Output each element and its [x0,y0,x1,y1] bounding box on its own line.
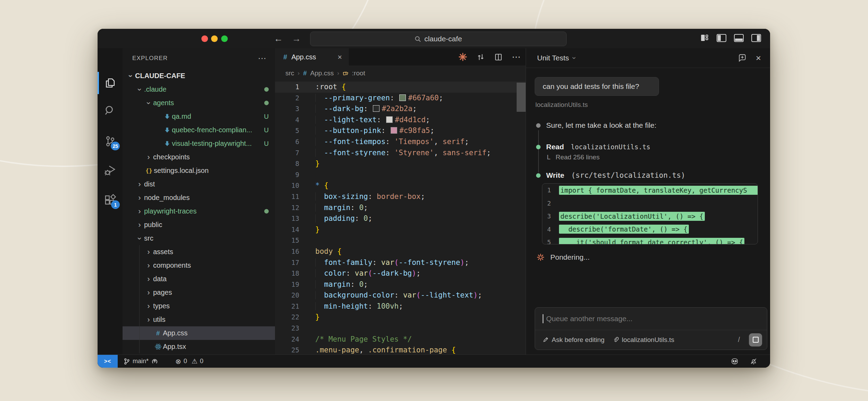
tree-item-dist[interactable]: ›dist [123,177,275,191]
color-swatch[interactable] [399,94,406,101]
copilot-status-item[interactable] [731,355,739,368]
react-file-icon [155,343,162,350]
stop-button[interactable] [749,333,762,346]
pondering-spinner-icon [536,253,545,261]
code-line: 14} [275,224,526,235]
run-debug-view-icon[interactable] [98,159,123,181]
editor-group: # App.css × ⋯ [275,48,526,355]
source-control-view-icon[interactable]: 25 [98,130,123,152]
write-step-target[interactable]: (src/test/localization.ts) [571,171,685,179]
tree-item-label: public [144,221,162,229]
tree-item-settings-local-json[interactable]: ›{}settings.local.json [123,164,275,177]
chevron-right-icon: › [144,315,153,324]
git-status-badge: U [264,140,269,148]
code-line: 17 font-family: var(--font-styrene); [275,257,526,268]
line-number: 5 [275,125,299,136]
tree-item-agents[interactable]: ›agents [123,96,275,110]
code-line: 8} [275,158,526,169]
tree-item-claude[interactable]: ›.claude [123,83,275,96]
explorer-more-actions-icon[interactable]: ⋯ [258,53,267,63]
split-editor-icon[interactable] [494,53,503,61]
composer-input[interactable]: Queue another message... [535,308,767,330]
customize-layout-icon[interactable] [700,34,709,42]
notifications-muted-item[interactable] [750,355,758,368]
tree-item-components[interactable]: ›components [123,259,275,272]
close-tab-icon[interactable]: × [337,53,342,62]
edit-mode-toggle[interactable]: Ask before editing [543,336,604,344]
read-step-bullet [536,145,541,149]
tree-item-qa-md[interactable]: ›qa.mdU [123,110,275,123]
tree-item-node-modules[interactable]: ›node_modules [123,191,275,204]
breadcrumb-symbol[interactable]: :root [352,69,365,77]
editor-scrollbar-thumb[interactable] [517,83,526,112]
color-swatch[interactable] [391,127,397,134]
problems-item[interactable]: ⊗ 0 ⚠ 0 [175,355,203,368]
tree-item-pages[interactable]: ›pages [123,286,275,299]
close-panel-icon[interactable]: × [756,53,761,64]
new-chat-icon[interactable] [738,53,747,62]
explorer-view-icon[interactable] [98,72,123,94]
tree-item-quebec-french-complian[interactable]: ›quebec-french-complian...U [123,123,275,137]
breadcrumb-separator: › [337,70,339,77]
tree-item-data[interactable]: ›data [123,272,275,286]
chevron-down-icon[interactable]: › [570,57,578,59]
tree-item-public[interactable]: ›public [123,218,275,232]
text-cursor [543,314,543,323]
indent-guide [139,286,140,299]
tree-item-checkpoints[interactable]: ›checkpoints [123,150,275,164]
breadcrumb-file[interactable]: App.css [310,69,334,77]
line-number: 13 [275,213,299,224]
toggle-panel-icon[interactable] [734,34,744,42]
tree-item-label: checkpoints [153,153,190,161]
toggle-secondary-sidebar-icon[interactable] [751,34,761,42]
tree-item-app-css[interactable]: ›#App.css [123,326,275,340]
tree-item-app-tsx[interactable]: ›App.tsx [123,340,275,353]
tree-item-visual-testing-playwright[interactable]: ›visual-testing-playwright...U [123,137,275,150]
tree-item-label: node_modules [144,194,190,202]
breadcrumb-src[interactable]: src [285,69,294,77]
tree-item-assets[interactable]: ›assets [123,245,275,259]
code-editor[interactable]: 1:root {2 --primary-green: #667a60;3 --d… [275,82,526,355]
markdown-file-icon [164,140,170,147]
slash-command-hint[interactable]: / [738,336,740,344]
git-branch-item[interactable]: main* [123,355,158,368]
tab-app-css[interactable]: # App.css × [275,48,349,66]
line-number: 3 [275,103,299,115]
search-view-icon[interactable] [98,100,123,122]
tree-item-utils[interactable]: ›utils [123,313,275,326]
open-changes-icon[interactable] [476,53,485,61]
color-swatch[interactable] [386,116,393,123]
tree-item-label: visual-testing-playwright... [172,140,252,148]
extensions-view-icon[interactable]: 1 [98,189,123,211]
line-number: 11 [275,191,299,202]
tree-root-claude-cafe[interactable]: › CLAUDE-CAFE [123,69,275,83]
session-title[interactable]: Unit Tests [537,54,569,62]
chevron-right-icon: › [144,261,153,270]
forward-arrow-icon[interactable]: → [292,33,301,44]
diff-line-text: describe('LocalizationUtil', () => { [559,212,705,221]
toggle-primary-sidebar-icon[interactable] [717,34,726,42]
tree-item-src[interactable]: ›src [123,232,275,245]
maximize-traffic-light[interactable] [221,35,228,42]
tree-item-label: dist [144,180,155,188]
tree-item-playwright-traces[interactable]: ›playwright-traces [123,204,275,218]
tab-label: App.css [291,53,316,61]
attachment-chip[interactable]: localizationUtils.ts [613,336,674,344]
tree-item-types[interactable]: ›types [123,299,275,313]
back-arrow-icon[interactable]: ← [274,33,283,44]
remote-indicator[interactable]: >< [98,355,118,368]
read-step-target[interactable]: localizationUtils.ts [571,143,650,151]
bell-slash-icon [750,357,758,365]
chevron-right-icon: › [135,180,144,189]
minimize-traffic-light[interactable] [211,35,218,42]
claude-starburst-icon[interactable] [458,52,467,61]
editor-more-actions-icon[interactable]: ⋯ [512,52,521,62]
line-number: 17 [275,257,299,268]
color-swatch[interactable] [373,105,379,112]
command-center-search[interactable]: claude-cafe [310,32,567,46]
paperclip-icon [613,337,619,343]
chevron-right-icon: › [135,193,144,202]
code-line: 25.menu-page, .confirmation-page { [275,345,526,355]
status-row: Pondering... [536,253,590,261]
close-traffic-light[interactable] [201,35,208,42]
